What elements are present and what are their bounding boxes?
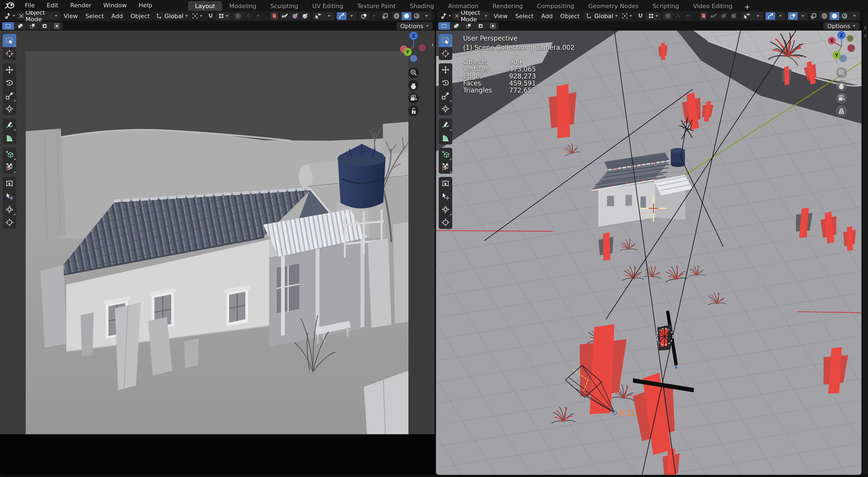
shading-material-button[interactable] [412,12,422,20]
material-sample-button[interactable] [290,12,300,20]
add-workspace-button[interactable]: + [740,3,755,11]
asset-red-button[interactable] [271,12,278,20]
menu-select[interactable]: Select [82,13,107,20]
overlays-toggle[interactable] [359,12,369,20]
camera-view-button[interactable] [408,93,419,103]
tool-add-cube[interactable] [3,148,16,161]
tool-cursor[interactable] [439,47,452,60]
annotate-font-button[interactable] [280,12,290,20]
glass-sample-button[interactable] [729,12,739,20]
tool-annotate[interactable] [3,119,16,131]
sidebar-collapse-arrow[interactable]: ‹ [858,41,861,48]
menu-help[interactable]: Help [133,0,158,11]
gizmos-toggle[interactable] [337,12,346,20]
snap-target-dropdown[interactable] [646,12,660,20]
shading-wireframe-button[interactable] [392,12,401,20]
select-mode-extend[interactable] [451,22,462,30]
select-mode-extend[interactable] [14,22,26,30]
menu-view[interactable]: View [60,13,82,20]
camera-lock-button[interactable] [408,106,419,116]
tab-modeling[interactable]: Modeling [222,1,263,11]
tab-geometry-nodes[interactable]: Geometry Nodes [581,1,646,11]
tool-tweak-move[interactable] [3,190,16,203]
viewport-left-canvas[interactable]: Z Y ‹ [0,30,435,475]
menu-add[interactable]: Add [107,13,127,20]
tool-shrink-fatten[interactable] [3,216,16,229]
tab-texture-paint[interactable]: Texture Paint [350,1,403,11]
tool-select-box[interactable] [439,34,452,47]
shading-wireframe-button[interactable] [819,12,829,20]
proportional-falloff-button[interactable] [243,12,253,20]
shading-solid-button[interactable] [830,12,839,20]
tool-transform[interactable] [439,102,452,115]
proportional-editing-toggle[interactable] [663,12,673,20]
tab-scripting[interactable]: Scripting [645,1,686,11]
point-light[interactable] [656,325,673,351]
object-visibility-dropdown[interactable] [741,12,753,20]
proportional-editing-toggle[interactable] [233,12,243,20]
menu-render[interactable]: Render [64,0,97,11]
tool-tweak-move[interactable] [439,190,452,203]
select-mode-subtract[interactable] [463,22,474,30]
tool-select-box[interactable] [3,34,16,47]
glass-sample-button[interactable] [300,12,310,20]
tool-trim[interactable] [439,161,452,174]
menu-view[interactable]: View [490,13,512,20]
axis-neg-z-ball[interactable] [410,55,417,62]
options-button[interactable]: Options [397,22,433,30]
gizmos-dropdown[interactable] [347,12,356,20]
proportional-falloff-dropdown[interactable] [683,12,693,20]
zoom-button[interactable] [836,67,847,78]
axis-gizmo[interactable]: Z Y [397,30,430,65]
gizmos-toggle[interactable] [766,12,775,20]
tool-transform-alt[interactable] [3,203,16,216]
material-sample-button[interactable] [719,12,729,20]
tool-transform[interactable] [3,102,16,115]
tab-animation[interactable]: Animation [441,1,485,11]
menu-object[interactable]: Object [556,13,584,20]
select-mode-set[interactable] [2,22,14,30]
menu-object[interactable]: Object [127,13,154,20]
tool-trim[interactable] [3,161,16,174]
tool-scale[interactable] [439,89,452,102]
tab-shading[interactable]: Shading [403,1,441,11]
axis-neg-z-ball[interactable] [840,55,847,62]
menu-add[interactable]: Add [537,13,557,20]
pan-button[interactable] [408,80,419,91]
tool-shrink-fatten[interactable] [439,216,452,229]
object-visibility-chevron[interactable] [324,12,334,20]
tool-cage-select[interactable] [3,177,16,190]
sidebar-collapse-arrow[interactable]: ‹ [431,41,434,48]
mode-dropdown[interactable]: Object Mode [453,12,490,20]
menu-window[interactable]: Window [97,0,133,11]
tool-scale[interactable] [3,89,16,102]
select-mode-subtract[interactable] [27,22,38,30]
tool-measure[interactable] [3,131,16,145]
annotate-font-button[interactable] [709,12,719,20]
axis-gizmo[interactable]: Z X Y [825,30,858,65]
menu-edit[interactable]: Edit [41,0,64,11]
ortho-toggle-button[interactable] [836,106,847,116]
pivot-dropdown[interactable] [620,12,633,20]
proportional-falloff-button[interactable] [673,12,683,20]
shading-dropdown[interactable] [422,12,431,20]
asset-red-button[interactable] [700,12,707,20]
orientation-dropdown[interactable]: Global [584,12,620,20]
overlays-toggle[interactable] [788,12,798,20]
tool-move[interactable] [439,63,452,76]
select-mode-difference[interactable] [475,22,487,30]
tool-annotate[interactable] [439,119,452,131]
overlays-dropdown[interactable] [798,12,808,20]
menu-file[interactable]: File [19,0,41,11]
tab-layout[interactable]: Layout [188,1,222,11]
tab-sculpting[interactable]: Sculpting [264,1,305,11]
tool-add-cube[interactable] [439,148,452,161]
tool-cursor[interactable] [3,47,16,60]
pivot-dropdown[interactable] [190,12,204,20]
orientation-dropdown[interactable]: Global [154,12,190,20]
camera-view[interactable] [26,51,408,434]
shading-solid-button[interactable] [402,12,411,20]
tool-rotate[interactable] [3,76,16,89]
snap-toggle-button[interactable] [636,12,645,20]
gizmos-dropdown[interactable] [775,12,785,20]
